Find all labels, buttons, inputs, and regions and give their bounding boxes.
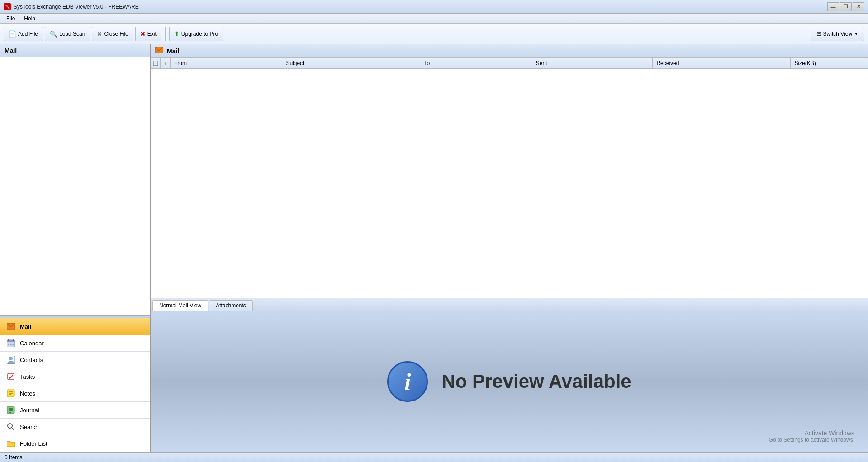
sidebar-item-mail-label: Mail [20,323,31,330]
switch-view-label: Switch View [823,31,852,37]
sidebar-item-notes[interactable]: Notes [0,385,150,402]
switch-view-arrow-icon: ▼ [854,31,859,36]
svg-rect-6 [10,344,12,345]
maximize-button[interactable]: ❐ [840,2,852,11]
close-button[interactable]: ✕ [853,2,864,11]
tab-normal-mail-view[interactable]: Normal Mail View [152,300,208,311]
toolbar-separator [165,27,166,41]
sidebar-item-search-label: Search [20,424,38,430]
sidebar-item-calendar[interactable]: Calendar [0,335,150,352]
add-file-label: Add File [18,31,38,37]
close-file-label: Close File [104,31,128,37]
sidebar-header: Mail [0,44,150,57]
col-size-header[interactable]: Size(KB) [791,58,868,68]
sidebar-tree[interactable] [0,57,150,316]
mail-panel-header-label: Mail [167,47,179,55]
sidebar-item-folder-list-label: Folder List [20,440,47,447]
switch-view-button[interactable]: ⊞ Switch View ▼ [811,27,864,41]
add-file-icon: 📄 [9,30,16,38]
status-bar: 0 Items [0,452,868,462]
journal-icon [6,405,15,415]
menu-item-help[interactable]: Help [19,14,40,23]
exit-button[interactable]: ✖ Exit [135,27,161,41]
search-nav-icon [6,422,15,431]
col-to-header[interactable]: To [420,58,532,68]
exit-label: Exit [147,31,157,37]
upgrade-button[interactable]: ⬆ Upgrade to Pro [169,27,223,41]
close-file-icon: ✖ [97,30,102,38]
menu-item-file[interactable]: File [2,14,19,23]
sidebar-header-label: Mail [5,47,17,54]
main-container: Mail · · · · · · · Mail Calendar [0,44,868,452]
close-file-button[interactable]: ✖ Close File [92,27,133,41]
preview-area: Normal Mail View Attachments i No Previe… [151,298,868,452]
activate-windows-overlay: Activate Windows Go to Settings to activ… [769,429,854,443]
sidebar: Mail · · · · · · · Mail Calendar [0,44,151,452]
menu-bar: File Help [0,14,868,24]
activate-windows-subtitle: Go to Settings to activate Windows. [769,437,854,443]
svg-rect-2 [7,340,15,342]
add-file-button[interactable]: 📄 Add File [4,27,43,41]
col-subject-header[interactable]: Subject [282,58,420,68]
title-bar-left: 🔧 SysTools Exchange EDB Viewer v5.0 - FR… [4,3,139,10]
sidebar-item-folder-list[interactable]: Folder List [0,435,150,452]
upgrade-label: Upgrade to Pro [181,31,218,37]
sidebar-item-tasks-label: Tasks [20,373,35,380]
mail-icon-header [155,47,163,55]
folder-list-icon [6,439,15,448]
mail-list-header: Mail [151,44,868,58]
svg-point-8 [9,357,13,360]
sidebar-item-tasks[interactable]: Tasks [0,368,150,385]
sidebar-item-mail[interactable]: Mail [0,318,150,335]
app-icon: 🔧 [4,3,11,10]
sidebar-item-contacts[interactable]: Contacts [0,352,150,368]
col-from-header[interactable]: From [171,58,282,68]
svg-point-20 [8,424,12,428]
mail-list-area: Mail From Subject To Sent Received Size(… [151,44,868,298]
items-count: 0 Items [5,454,22,461]
activate-windows-title: Activate Windows [769,429,854,437]
nav-items: Mail Calendar Contacts Tasks [0,318,150,452]
minimize-button[interactable]: — [827,2,839,11]
tab-attachments[interactable]: Attachments [209,300,253,311]
exit-icon: ✖ [140,30,146,38]
load-scan-button[interactable]: 🔍 Load Scan [45,27,90,41]
title-bar: 🔧 SysTools Exchange EDB Viewer v5.0 - FR… [0,0,868,14]
calendar-icon [6,339,15,348]
mail-list-body[interactable] [151,69,868,298]
upgrade-icon: ⬆ [174,30,180,38]
sidebar-item-search[interactable]: Search [0,419,150,435]
svg-rect-23 [153,61,158,66]
sidebar-item-contacts-label: Contacts [20,357,43,363]
mail-columns: From Subject To Sent Received Size(KB) [151,58,868,69]
svg-line-21 [12,428,14,430]
load-scan-label: Load Scan [59,31,85,37]
col-attach-header[interactable] [161,58,171,68]
toolbar-left: 📄 Add File 🔍 Load Scan ✖ Close File ✖ Ex… [4,27,223,41]
toolbar: 📄 Add File 🔍 Load Scan ✖ Close File ✖ Ex… [0,24,868,44]
col-received-header[interactable]: Received [653,58,791,68]
contacts-icon [6,355,15,364]
switch-view-icon: ⊞ [816,30,821,37]
sidebar-item-journal-label: Journal [20,407,39,414]
preview-content: i No Preview Available Activate Windows … [151,311,868,452]
sidebar-item-journal[interactable]: Journal [0,402,150,419]
info-icon: i [387,361,428,402]
svg-rect-5 [8,344,9,345]
svg-rect-7 [12,344,14,345]
title-bar-controls: — ❐ ✕ [827,2,864,11]
notes-icon [6,389,15,398]
window-title: SysTools Exchange EDB Viewer v5.0 - FREE… [14,4,139,10]
sidebar-item-calendar-label: Calendar [20,340,44,347]
tasks-icon [6,372,15,381]
no-preview-text: No Preview Available [441,371,631,392]
load-scan-icon: 🔍 [50,30,57,38]
right-panel: Mail From Subject To Sent Received Size(… [151,44,868,452]
col-sent-header[interactable]: Sent [532,58,653,68]
sidebar-item-notes-label: Notes [20,390,35,397]
col-icon-header[interactable] [151,58,161,68]
mail-icon [6,322,15,331]
preview-tabs: Normal Mail View Attachments [151,298,868,311]
